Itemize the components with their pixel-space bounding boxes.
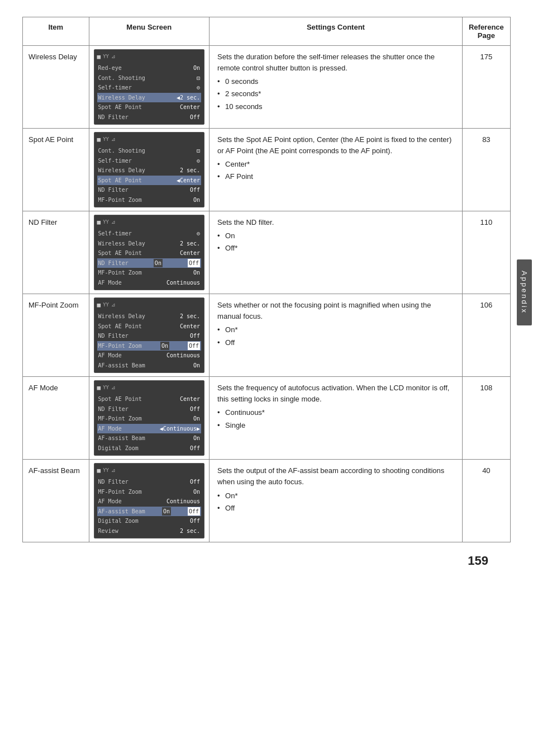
ref-cell-5: 40 [462,460,510,542]
bullet-item: AF Point [217,171,454,182]
ref-cell-3: 106 [462,294,510,377]
bullet-item: On [217,230,454,242]
ref-cell-0: 175 [462,46,510,129]
bullet-item: 0 seconds [217,76,454,87]
col-header-settings: Settings Content [210,17,463,46]
settings-text: Sets whether or not the focusing point i… [217,300,454,322]
item-cell-4: AF Mode [23,377,89,460]
page-number: 159 [468,554,488,568]
bullet-item: Single [217,420,454,431]
menu-cell-5: ■YY⊿ND FilterOffMF-Point ZoomOnAF ModeCo… [89,460,210,542]
menu-cell-1: ■YY⊿Cont. Shooting⊡Self-timer⊙Wireless D… [89,129,210,211]
item-cell-0: Wireless Delay [23,46,89,129]
bullet-item: 10 seconds [217,101,454,112]
table-row: MF-Point Zoom■YY⊿Wireless Delay2 sec.Spo… [23,294,511,377]
menu-cell-2: ■YY⊿Self-timer⊙Wireless Delay2 sec.Spot … [89,211,210,294]
item-cell-3: MF-Point Zoom [23,294,89,377]
settings-cell-3: Sets whether or not the focusing point i… [210,294,463,377]
settings-cell-4: Sets the frequency of autofocus activati… [210,377,463,460]
menu-cell-4: ■YY⊿Spot AE PointCenterND FilterOffMF-Po… [89,377,210,460]
bullet-item: 2 seconds* [217,88,454,100]
main-table-container: Item Menu Screen Settings Content Refere… [22,17,511,568]
ref-cell-4: 108 [462,377,510,460]
menu-cell-3: ■YY⊿Wireless Delay2 sec.Spot AE PointCen… [89,294,210,377]
bullet-item: Center* [217,159,454,170]
ref-cell-2: 110 [462,211,510,294]
col-header-item: Item [23,17,89,46]
bullet-item: On* [217,490,454,502]
table-row: AF Mode■YY⊿Spot AE PointCenterND FilterO… [23,377,511,460]
item-cell-2: ND Filter [23,211,89,294]
col-header-ref: ReferencePage [462,17,510,46]
item-cell-1: Spot AE Point [23,129,89,211]
table-row: ND Filter■YY⊿Self-timer⊙Wireless Delay2 … [23,211,511,294]
table-row: AF-assist Beam■YY⊿ND FilterOffMF-Point Z… [23,460,511,542]
bullet-item: Off [217,503,454,514]
settings-text: Sets the duration before the self-timer … [217,51,454,74]
settings-cell-1: Sets the Spot AE Point option, Center (t… [210,129,463,211]
settings-cell-2: Sets the ND filter.OnOff* [210,211,463,294]
col-header-menu: Menu Screen [89,17,210,46]
appendix-tab: Appendix [517,259,532,325]
settings-text: Sets the ND filter. [217,217,454,228]
table-row: Spot AE Point■YY⊿Cont. Shooting⊡Self-tim… [23,129,511,211]
settings-text: Sets the Spot AE Point option, Center (t… [217,134,454,157]
settings-cell-0: Sets the duration before the self-timer … [210,46,463,129]
bullet-item: Off* [217,243,454,254]
bullet-item: Continuous* [217,407,454,418]
settings-cell-5: Sets the output of the AF-assist beam ac… [210,460,463,542]
settings-text: Sets the output of the AF-assist beam ac… [217,465,454,488]
bullet-item: On* [217,324,454,336]
settings-text: Sets the frequency of autofocus activati… [217,382,454,405]
table-row: Wireless Delay■YY⊿Red-eyeOnCont. Shootin… [23,46,511,129]
settings-table: Item Menu Screen Settings Content Refere… [22,17,511,542]
menu-cell-0: ■YY⊿Red-eyeOnCont. Shooting⊡Self-timer⊙W… [89,46,210,129]
bullet-item: Off [217,337,454,348]
ref-cell-1: 83 [462,129,510,211]
item-cell-5: AF-assist Beam [23,460,89,542]
